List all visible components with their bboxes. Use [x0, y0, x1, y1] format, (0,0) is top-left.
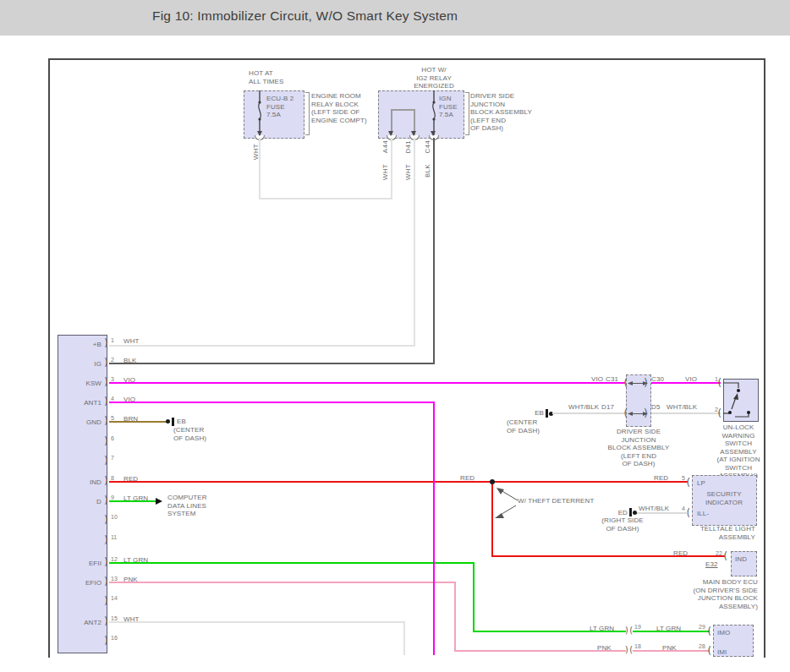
pin-number: 18	[634, 643, 641, 650]
bracket	[465, 92, 469, 135]
connector-arc: (	[716, 378, 722, 388]
connector-arc: (	[716, 408, 722, 418]
wire-wht-ecub2	[259, 138, 261, 199]
pin-name: IG	[59, 360, 101, 369]
wire-label: RED	[654, 474, 668, 483]
pass-through-arrow-icon	[628, 380, 648, 387]
engine-room-relay-block-caption: ENGINE ROOM RELAY BLOCK (LEFT SIDE OF EN…	[311, 92, 367, 124]
pin-number: 29	[699, 624, 705, 631]
driver-junction-block-caption: DRIVER SIDE JUNCTION BLOCK ASSEMBLY (LEF…	[470, 92, 532, 133]
pin-number: 7	[111, 455, 114, 462]
wire-label: RED	[460, 474, 475, 483]
switch-icon	[723, 379, 757, 420]
pin-arc: )	[103, 338, 109, 348]
wire-blk-ig	[109, 363, 435, 364]
theft-deterrent-label: W/ THEFT DETERRENT	[518, 497, 594, 505]
wire-label: VIO	[591, 375, 603, 384]
wire-label-blk-vertical: BLK	[424, 164, 431, 178]
mid-junction-caption: DRIVER SIDE JUNCTION BLOCK ASSEMBLY (LEF…	[606, 428, 671, 468]
connector-arc: (	[706, 646, 712, 656]
ground-ed-location: (RIGHT SIDE OF DASH)	[595, 516, 650, 533]
pin-number: 22	[716, 550, 722, 557]
wire-wht-ecub2	[259, 198, 392, 199]
pin-arc: )	[103, 596, 109, 606]
pin-number: 14	[111, 595, 118, 602]
wire-pnk-efio	[454, 582, 456, 652]
pin-number: 10	[111, 514, 118, 521]
inline-connector-icon: )(	[624, 626, 633, 635]
wire-label: VIO	[685, 375, 697, 384]
connector-arc: (	[722, 551, 728, 561]
wire-wht-plusb	[109, 345, 415, 347]
pin-number: 11	[111, 534, 117, 541]
pin-number: 19	[634, 624, 641, 631]
ground-bar-icon	[629, 508, 632, 516]
ground-bar-icon	[172, 418, 174, 426]
wire-wht-d41	[414, 138, 415, 347]
wire-whtblk-unlock	[650, 412, 721, 414]
pin-name: KSW	[59, 380, 101, 388]
pin-name: GND	[59, 418, 101, 427]
pin-imi-label: IMI	[717, 648, 727, 657]
pin-ill-label: ILL-	[697, 510, 709, 518]
down-arrow-icon	[411, 131, 416, 136]
ground-eb-label: EB	[530, 409, 544, 418]
wire-whtblk-eb	[552, 412, 625, 414]
wire-color-label: WHT	[123, 337, 140, 346]
wire-label: RED	[673, 549, 688, 558]
pin-name: +B	[59, 341, 101, 349]
wire-ltgrn-d	[109, 500, 156, 502]
pin-number: 6	[111, 435, 114, 442]
connector-e32-label: E32	[705, 560, 718, 569]
connector-arc: (	[706, 626, 712, 636]
wire-label: WHT/BLK	[568, 403, 599, 412]
theft-deterrent-arrows-icon	[489, 484, 523, 522]
wire-vio-ant1	[109, 402, 435, 403]
ground-bar-icon	[546, 409, 548, 418]
pin-name: ANT2	[59, 619, 101, 627]
pin-arc: )	[103, 456, 109, 466]
wire-wht-ant2	[109, 621, 405, 623]
wiring-diagram: Fig 10: Immobilizer Circuit, W/O Smart K…	[0, 0, 790, 672]
down-arrow-icon	[388, 131, 393, 136]
pin-number: 2	[111, 357, 114, 363]
computer-data-lines-label: COMPUTER DATA LINES SYSTEM	[167, 494, 207, 518]
connector-c31-label: C31	[606, 375, 618, 384]
wire-pnk-efio	[109, 582, 456, 583]
pass-through-arrow-icon	[628, 410, 648, 418]
pin-arc: )	[103, 358, 109, 368]
pin-number: 1	[111, 337, 114, 344]
title-bar: Fig 10: Immobilizer Circuit, W/O Smart K…	[0, 0, 790, 36]
figure-title: Fig 10: Immobilizer Circuit, W/O Smart K…	[152, 8, 458, 24]
ground-dot	[166, 419, 170, 423]
connector-a44-label: A44	[381, 140, 389, 153]
down-arrow-icon	[431, 131, 436, 136]
pin-ind-label: IND	[735, 555, 747, 564]
hot-w-ig2-relay-label: HOT W/ IG2 RELAY ENERGIZED	[407, 66, 461, 90]
bracket	[305, 92, 310, 135]
wire-label-wht-vertical: WHT	[381, 164, 389, 180]
connector-c44-label: C44	[424, 140, 431, 154]
wire-vio-ant1	[433, 402, 435, 655]
connector-d5-label: D5	[651, 403, 660, 412]
wire-label: WHT/BLK	[639, 505, 669, 513]
wire-label-wht-vertical: WHT	[404, 164, 412, 180]
wire-label: LT GRN	[656, 625, 681, 633]
pin-name: EFIO	[59, 579, 101, 587]
pin-imo-label: IMO	[717, 629, 730, 637]
connector-c30-label: C30	[651, 375, 664, 384]
connector-arc: (	[685, 478, 691, 488]
wire-wht-a44	[391, 138, 392, 199]
connector-d41-label: D41	[404, 140, 412, 154]
wire-red-to-ecu	[491, 555, 725, 557]
main-body-ecu-caption: MAIN BODY ECU (ON DRIVER'S SIDE JUNCTION…	[667, 578, 758, 610]
fuse-ecub2-label: ECU-B 2 FUSE 7.5A	[266, 95, 294, 119]
pin-number: 16	[111, 635, 118, 642]
security-indicator-label: SECURITY INDICATOR	[699, 490, 749, 506]
ground-eb-location: (CENTER OF DASH)	[507, 418, 540, 434]
connector-d17-label: D17	[601, 403, 614, 412]
wire-label: LT GRN	[590, 625, 614, 633]
wire-wht-ant2	[403, 621, 405, 655]
ground-eb-location: (CENTER OF DASH)	[173, 426, 206, 442]
wire-blk-c44	[433, 138, 435, 364]
